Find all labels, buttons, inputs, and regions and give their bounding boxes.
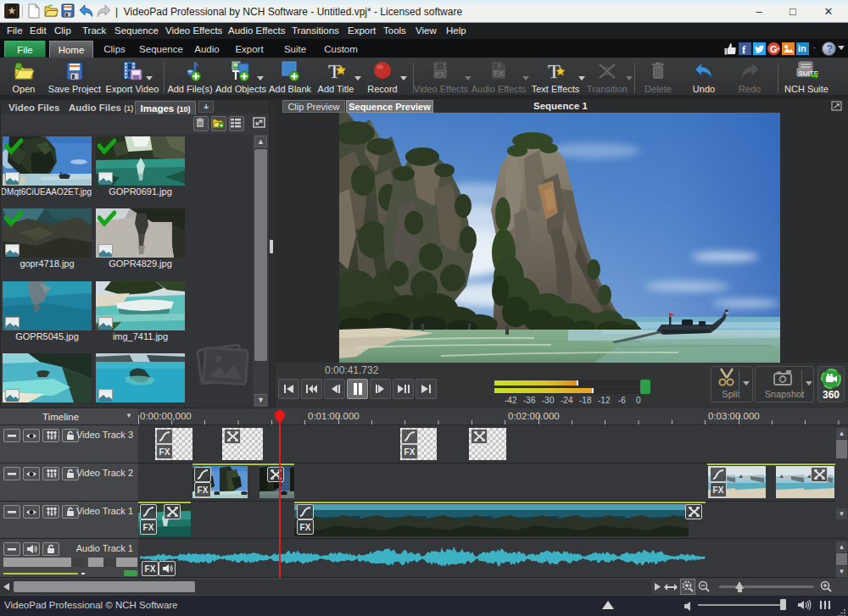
svg-text:FX: FX <box>494 69 504 77</box>
svg-text:FX: FX <box>436 70 445 78</box>
